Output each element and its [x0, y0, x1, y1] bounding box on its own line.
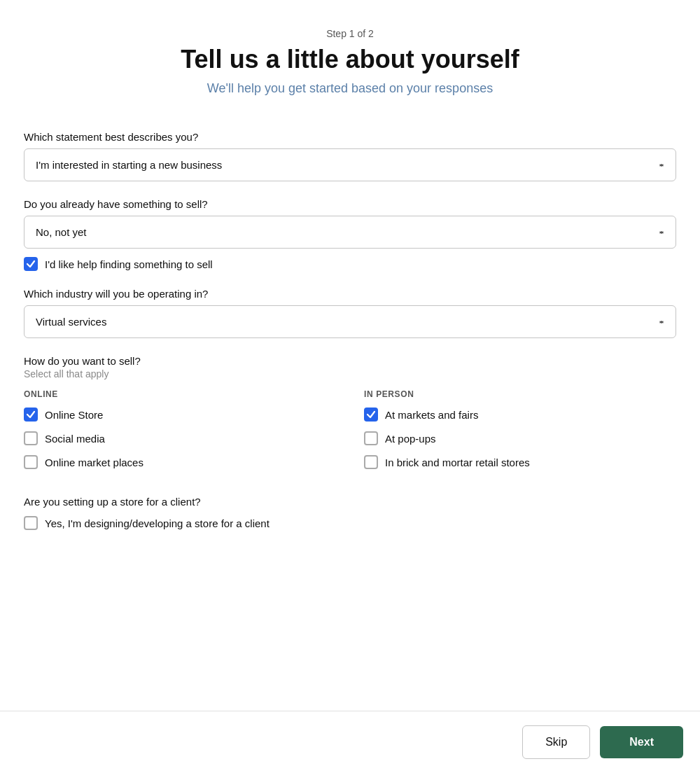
question-4: How do you want to sell? Select all that…: [24, 355, 676, 479]
checkbox-social-media[interactable]: [24, 431, 38, 445]
social-media-label: Social media: [45, 433, 105, 445]
question-3: Which industry will you be operating in?…: [24, 288, 676, 338]
q5-label: Are you setting up a store for a client?: [24, 496, 676, 508]
q4-label: How do you want to sell?: [24, 355, 676, 367]
q2-checkbox-label: I'd like help finding something to sell: [45, 258, 213, 270]
question-2: Do you already have something to sell? N…: [24, 198, 676, 271]
online-column: ONLINE Online Store Social media: [24, 389, 336, 479]
q3-label: Which industry will you be operating in?: [24, 288, 676, 300]
online-header: ONLINE: [24, 389, 336, 399]
online-store-label: Online Store: [45, 409, 103, 421]
question-1: Which statement best describes you? I'm …: [24, 131, 676, 181]
q4-sublabel: Select all that apply: [24, 368, 676, 379]
online-markets-label: Online market places: [45, 457, 144, 468]
checkbox-client-store[interactable]: [24, 516, 38, 530]
online-option-0[interactable]: Online Store: [24, 408, 336, 422]
online-option-1[interactable]: Social media: [24, 431, 336, 445]
checkbox-retail-stores[interactable]: [364, 455, 378, 469]
markets-fairs-label: At markets and fairs: [385, 409, 478, 421]
step-label: Step 1 of 2: [24, 28, 676, 39]
checkbox-popups[interactable]: [364, 431, 378, 445]
q5-checkbox-row[interactable]: Yes, I'm designing/developing a store fo…: [24, 516, 676, 530]
q1-label: Which statement best describes you?: [24, 131, 676, 143]
checkbox-online-markets[interactable]: [24, 455, 38, 469]
q2-label: Do you already have something to sell?: [24, 198, 676, 210]
next-button[interactable]: Next: [600, 726, 683, 758]
q2-checkbox-row[interactable]: I'd like help finding something to sell: [24, 257, 676, 271]
footer-bar: Skip Next: [0, 711, 700, 773]
page-subtitle: We'll help you get started based on your…: [24, 81, 676, 96]
question-5: Are you setting up a store for a client?…: [24, 496, 676, 530]
checkbox-markets-fairs[interactable]: [364, 408, 378, 422]
inperson-option-1[interactable]: At pop-ups: [364, 431, 676, 445]
checkbox-online-store[interactable]: [24, 408, 38, 422]
q1-select[interactable]: I'm interested in starting a new busines…: [24, 148, 676, 181]
q2-select[interactable]: No, not yet Yes, I have products ready I…: [24, 216, 676, 249]
popups-label: At pop-ups: [385, 433, 436, 445]
skip-button[interactable]: Skip: [522, 725, 590, 759]
inperson-header: IN PERSON: [364, 389, 676, 399]
sell-columns: ONLINE Online Store Social media: [24, 389, 676, 479]
inperson-option-2[interactable]: In brick and mortar retail stores: [364, 455, 676, 469]
q3-select[interactable]: Virtual services Retail Food & Beverage …: [24, 305, 676, 338]
inperson-option-0[interactable]: At markets and fairs: [364, 408, 676, 422]
online-option-2[interactable]: Online market places: [24, 455, 336, 469]
q5-checkbox-label: Yes, I'm designing/developing a store fo…: [45, 517, 270, 529]
retail-stores-label: In brick and mortar retail stores: [385, 457, 530, 468]
q2-checkbox[interactable]: [24, 257, 38, 271]
page-title: Tell us a little about yourself: [24, 45, 676, 74]
inperson-column: IN PERSON At markets and fairs At pop-up…: [364, 389, 676, 479]
